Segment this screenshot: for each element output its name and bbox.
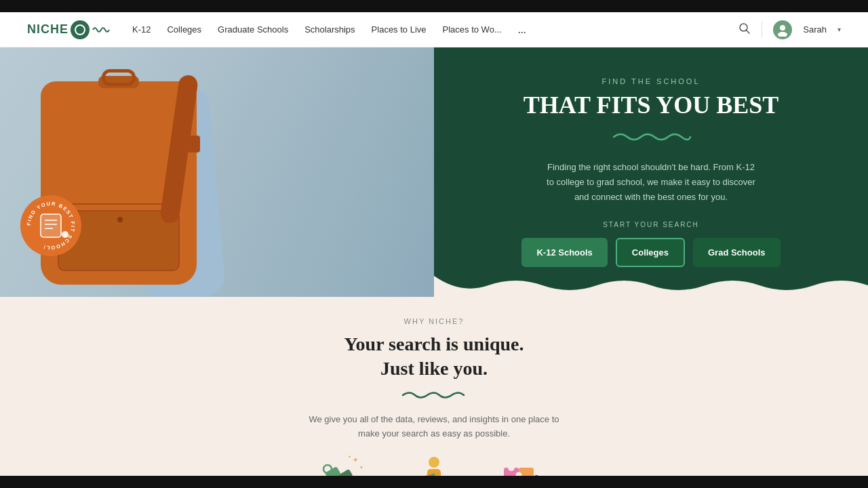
svg-text:✦: ✦ — [359, 465, 363, 470]
why-wave-decoration — [400, 387, 468, 405]
icon-item-telescope: ✦ ✦ ✦ — [322, 454, 370, 476]
hero-wave-decoration — [610, 128, 692, 146]
start-label: START YOUR SEARCH — [603, 221, 699, 228]
svg-text:✦: ✦ — [353, 456, 358, 464]
hero-image: FIND YOUR BEST FIT SCHOOL! — [0, 47, 434, 297]
hero-description: Finding the right school shouldn't be ha… — [542, 160, 760, 205]
svg-point-2 — [780, 25, 785, 30]
main-container: NICHE K-12 Colleges Graduate Schools Sch… — [0, 12, 868, 476]
nav-k12[interactable]: K-12 — [132, 24, 151, 35]
avatar — [773, 20, 792, 39]
svg-point-3 — [778, 32, 787, 37]
search-icon[interactable] — [738, 22, 751, 37]
svg-rect-6 — [41, 214, 61, 237]
navbar: NICHE K-12 Colleges Graduate Schools Sch… — [0, 12, 868, 47]
puzzle-illustration — [498, 454, 546, 476]
nav-places-to-live[interactable]: Places to Live — [372, 24, 427, 35]
why-description: We give you all of the data, reviews, an… — [298, 413, 570, 441]
nav-links: K-12 Colleges Graduate Schools Scholarsh… — [132, 24, 738, 36]
nav-colleges[interactable]: Colleges — [167, 24, 201, 35]
grad-schools-button[interactable]: Grad Schools — [693, 238, 781, 267]
lower-section: WHY NICHE? Your search is unique.Just li… — [0, 297, 868, 476]
svg-rect-12 — [325, 466, 341, 476]
hero-background — [0, 47, 434, 297]
colleges-button[interactable]: Colleges — [616, 238, 685, 267]
logo[interactable]: NICHE — [27, 20, 112, 39]
svg-point-10 — [62, 231, 68, 238]
badge-svg: FIND YOUR BEST FIT SCHOOL! — [20, 195, 81, 256]
telescope-illustration: ✦ ✦ ✦ — [322, 454, 370, 476]
svg-line-1 — [747, 30, 750, 33]
svg-point-20 — [429, 457, 439, 468]
content-wave-bottom — [434, 276, 868, 298]
bottom-bar — [0, 476, 868, 488]
left-wave-cover — [0, 296, 434, 318]
nav-more-dots[interactable]: ... — [518, 24, 526, 36]
user-dropdown-icon[interactable]: ▾ — [837, 26, 841, 33]
nav-scholarships[interactable]: Scholarships — [304, 24, 355, 35]
logo-wave-icon — [92, 23, 112, 37]
scissors-illustration — [410, 454, 458, 476]
user-name[interactable]: Sarah — [803, 24, 827, 35]
k12-schools-button[interactable]: K-12 Schools — [521, 238, 607, 267]
nav-right: Sarah ▾ — [738, 20, 841, 39]
best-fit-badge: FIND YOUR BEST FIT SCHOOL! — [20, 195, 81, 256]
feature-icons-row: ✦ ✦ ✦ — [322, 454, 546, 476]
hero-content: FIND THE SCHOOL THAT FITS YOU BEST Findi… — [434, 47, 868, 297]
search-buttons: K-12 Schools Colleges Grad Schools — [521, 238, 780, 267]
logo-icon-inner — [75, 24, 85, 35]
logo-text: NICHE — [27, 22, 68, 37]
icon-item-puzzle — [498, 454, 546, 476]
hero-section: FIND YOUR BEST FIT SCHOOL! FIND THE SCHO… — [0, 47, 868, 297]
hero-subtitle: FIND THE SCHOOL — [601, 77, 700, 85]
logo-icon — [71, 20, 90, 39]
nav-places-to-work[interactable]: Places to Wo... — [443, 24, 502, 35]
nav-graduate-schools[interactable]: Graduate Schools — [218, 24, 288, 35]
nav-divider — [762, 22, 762, 38]
why-title: Your search is unique.Just like you. — [344, 332, 524, 382]
icon-item-scissors — [410, 454, 458, 476]
svg-text:✦: ✦ — [348, 455, 351, 459]
top-bar — [0, 0, 868, 12]
why-label: WHY NICHE? — [404, 317, 465, 325]
svg-point-29 — [508, 464, 515, 471]
hero-title: THAT FITS YOU BEST — [524, 91, 778, 120]
